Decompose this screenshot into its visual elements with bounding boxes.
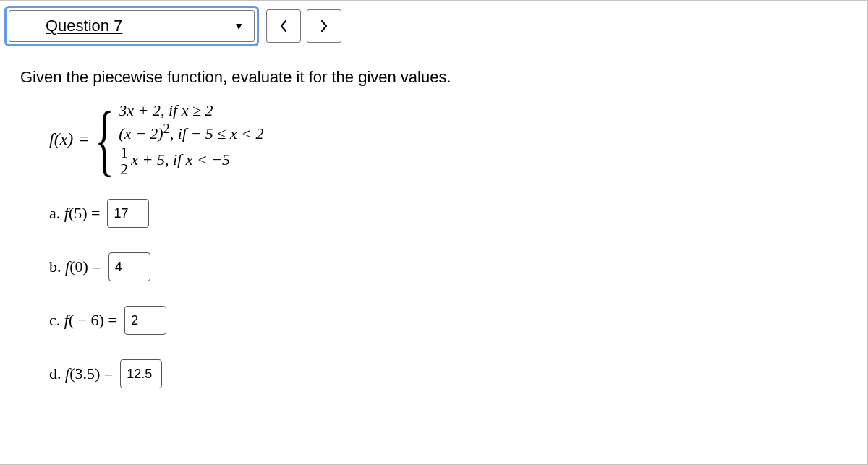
answer-d-input[interactable] (120, 359, 162, 388)
answer-d: d. f(3.5) = (49, 359, 846, 388)
answer-a-input[interactable] (107, 199, 149, 228)
answer-b-input[interactable] (109, 252, 150, 281)
piece-1: 3x + 2, if x ≥ 2 (119, 101, 263, 120)
fraction: 12 (119, 145, 129, 177)
answer-a-label: a. f(5) = (49, 204, 100, 223)
piece-3: 12x + 5, if x < −5 (119, 145, 263, 177)
piecewise-pieces: 3x + 2, if x ≥ 2 (x − 2)2, if − 5 ≤ x < … (119, 101, 263, 177)
answer-a: a. f(5) = (49, 199, 846, 228)
answer-b-label: b. f(0) = (49, 257, 101, 276)
piecewise-lhs: f(x) = (49, 129, 90, 149)
question-selector-inner[interactable]: Question 7 ▼ (9, 10, 255, 42)
prev-question-button[interactable] (266, 9, 301, 43)
question-prompt: Given the piecewise function, evaluate i… (20, 68, 846, 87)
piece-2: (x − 2)2, if − 5 ≤ x < 2 (119, 121, 263, 143)
toolbar: Question 7 ▼ (0, 1, 867, 54)
brace-icon: { (95, 108, 114, 171)
answer-c-label: c. f( − 6) = (49, 311, 117, 330)
next-question-button[interactable] (307, 9, 341, 43)
chevron-down-icon: ▼ (234, 20, 244, 32)
answer-d-label: d. f(3.5) = (49, 364, 113, 383)
chevron-right-icon (319, 20, 329, 33)
question-selector[interactable]: Question 7 ▼ (4, 6, 259, 46)
piecewise-definition: f(x) = { 3x + 2, if x ≥ 2 (x − 2)2, if −… (49, 101, 846, 177)
nav-group (266, 9, 341, 43)
answer-c-input[interactable] (124, 306, 166, 335)
answer-b: b. f(0) = (49, 252, 846, 281)
answer-c: c. f( − 6) = (49, 306, 846, 335)
question-selector-label: Question 7 (46, 17, 122, 35)
chevron-left-icon (278, 20, 289, 33)
question-content: Given the piecewise function, evaluate i… (0, 54, 867, 388)
answers: a. f(5) = b. f(0) = c. f( − 6) = d. f(3.… (49, 199, 846, 388)
